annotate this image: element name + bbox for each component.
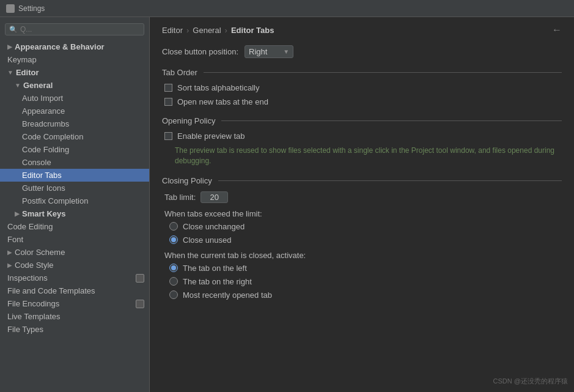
- tab-order-title: Tab Order: [162, 68, 562, 77]
- chevron-down-icon: ▼: [7, 69, 13, 76]
- sidebar-item-breadcrumbs[interactable]: Breadcrumbs: [0, 117, 149, 130]
- sidebar-item-label: Gutter Icons: [22, 183, 65, 193]
- sidebar-item-label: General: [23, 81, 53, 90]
- tab-left-row[interactable]: The tab on the left: [162, 264, 562, 273]
- tab-order-section: Tab Order Sort tabs alphabetically Open …: [162, 68, 562, 106]
- search-box[interactable]: 🔍: [5, 23, 144, 35]
- sidebar-item-label: Console: [22, 158, 51, 167]
- sidebar-item-gutter-icons[interactable]: Gutter Icons: [0, 182, 149, 194]
- file-encodings-badge: [136, 300, 144, 308]
- breadcrumb: Editor › General › Editor Tabs ←: [162, 24, 562, 35]
- sidebar-item-label: File Types: [7, 325, 43, 334]
- close-unchanged-row[interactable]: Close unchanged: [162, 222, 562, 231]
- sidebar-item-auto-import[interactable]: Auto Import: [0, 92, 149, 105]
- search-icon: 🔍: [9, 26, 18, 34]
- opening-policy-section: Opening Policy Enable preview tab The pr…: [162, 116, 562, 166]
- sidebar-item-label: Appearance & Behavior: [15, 42, 105, 51]
- closing-policy-title: Closing Policy: [162, 176, 562, 185]
- sidebar-item-keymap[interactable]: Keymap: [0, 53, 149, 66]
- sidebar-item-general[interactable]: ▼ General: [0, 79, 149, 92]
- sidebar-item-label: Code Folding: [22, 145, 69, 154]
- chevron-right-icon: ▶: [7, 262, 12, 268]
- opening-policy-title: Opening Policy: [162, 116, 562, 125]
- tab-limit-input[interactable]: [201, 191, 228, 203]
- close-unused-row[interactable]: Close unused: [162, 235, 562, 245]
- most-recent-radio[interactable]: [169, 290, 178, 299]
- sidebar-item-label: Postfix Completion: [22, 196, 88, 205]
- close-unused-radio[interactable]: [169, 235, 178, 244]
- dropdown-arrow-icon: ▼: [283, 48, 289, 55]
- close-button-position-label: Close button position:: [162, 47, 238, 56]
- breadcrumb-editor: Editor: [162, 26, 183, 35]
- sidebar-item-label: File Encodings: [7, 299, 59, 308]
- open-at-end-label: Open new tabs at the end: [177, 97, 268, 106]
- breadcrumb-general: General: [193, 26, 221, 35]
- sidebar-item-editor-tabs[interactable]: Editor Tabs: [0, 169, 149, 182]
- sidebar-item-inspections[interactable]: Inspections: [0, 272, 149, 284]
- close-button-position-row: Close button position: Right ▼: [162, 45, 562, 58]
- sidebar-item-label: Inspections: [7, 273, 48, 283]
- main-content: 🔍 ▶ Appearance & Behavior Keymap ▼ Edito…: [0, 17, 574, 392]
- breadcrumb-sep1: ›: [186, 26, 189, 35]
- sidebar-item-editor[interactable]: ▼ Editor: [0, 66, 149, 79]
- tab-limit-row: Tab limit:: [162, 191, 562, 203]
- sidebar-item-file-encodings[interactable]: File Encodings: [0, 297, 149, 310]
- preview-help-text: The preview tab is reused to show files …: [175, 146, 562, 166]
- sidebar-item-label: Code Editing: [7, 222, 53, 231]
- sidebar-item-label: Code Style: [15, 261, 54, 270]
- when-exceed-label: When tabs exceed the limit:: [162, 209, 562, 218]
- sort-tabs-checkbox[interactable]: [164, 84, 172, 92]
- sort-tabs-label: Sort tabs alphabetically: [177, 83, 259, 92]
- open-at-end-checkbox[interactable]: [164, 98, 172, 106]
- breadcrumb-sep2: ›: [225, 26, 227, 35]
- sidebar-item-smart-keys[interactable]: ▶ Smart Keys: [0, 207, 149, 220]
- most-recent-row[interactable]: Most recently opened tab: [162, 290, 562, 300]
- tab-right-radio[interactable]: [169, 277, 178, 286]
- sidebar-item-file-types[interactable]: File Types: [0, 323, 149, 336]
- sidebar-item-code-folding[interactable]: Code Folding: [0, 143, 149, 156]
- sort-tabs-row[interactable]: Sort tabs alphabetically: [162, 83, 562, 92]
- sidebar-item-label: Auto Import: [22, 94, 63, 103]
- sidebar-item-code-completion[interactable]: Code Completion: [0, 130, 149, 143]
- sidebar-item-label: Smart Keys: [22, 209, 66, 218]
- back-button[interactable]: ←: [552, 24, 562, 35]
- sidebar-item-appearance-behavior[interactable]: ▶ Appearance & Behavior: [0, 40, 149, 53]
- open-at-end-row[interactable]: Open new tabs at the end: [162, 97, 562, 106]
- enable-preview-checkbox[interactable]: [164, 132, 172, 140]
- breadcrumb-current: Editor Tabs: [231, 26, 274, 35]
- sidebar-item-live-templates[interactable]: Live Templates: [0, 310, 149, 323]
- title-bar-text: Settings: [18, 4, 45, 13]
- sidebar-item-appearance[interactable]: Appearance: [0, 105, 149, 117]
- close-unused-label: Close unused: [183, 235, 232, 245]
- enable-preview-row[interactable]: Enable preview tab: [162, 131, 562, 141]
- tab-right-row[interactable]: The tab on the right: [162, 277, 562, 286]
- close-button-position-select[interactable]: Right ▼: [245, 45, 293, 58]
- sidebar-item-console[interactable]: Console: [0, 156, 149, 169]
- close-button-position-value: Right: [249, 47, 279, 56]
- sidebar-item-label: Code Completion: [22, 132, 83, 141]
- tab-left-radio[interactable]: [169, 264, 178, 272]
- most-recent-label: Most recently opened tab: [183, 290, 272, 300]
- sidebar-item-font[interactable]: Font: [0, 233, 149, 246]
- chevron-down-icon: ▼: [15, 82, 21, 89]
- chevron-right-icon: ▶: [7, 43, 12, 50]
- sidebar-item-label: Font: [7, 235, 23, 244]
- sidebar-item-label: Editor: [16, 68, 39, 77]
- settings-icon: [6, 4, 15, 13]
- sidebar-item-label: Appearance: [22, 106, 65, 116]
- watermark: CSDN @还没秃的程序猿: [493, 377, 568, 386]
- sidebar-item-label: Live Templates: [7, 312, 60, 321]
- sidebar-item-color-scheme[interactable]: ▶ Color Scheme: [0, 246, 149, 259]
- sidebar-item-label: Breadcrumbs: [22, 119, 69, 128]
- chevron-right-icon: ▶: [7, 249, 12, 256]
- title-bar: Settings: [0, 0, 574, 17]
- sidebar-item-file-code-templates[interactable]: File and Code Templates: [0, 284, 149, 297]
- sidebar-item-code-style[interactable]: ▶ Code Style: [0, 259, 149, 272]
- closing-policy-section: Closing Policy Tab limit: When tabs exce…: [162, 176, 562, 300]
- sidebar: 🔍 ▶ Appearance & Behavior Keymap ▼ Edito…: [0, 17, 150, 392]
- sidebar-item-postfix-completion[interactable]: Postfix Completion: [0, 194, 149, 207]
- close-unchanged-label: Close unchanged: [183, 222, 245, 231]
- search-input[interactable]: [20, 25, 140, 34]
- close-unchanged-radio[interactable]: [169, 222, 178, 231]
- sidebar-item-code-editing[interactable]: Code Editing: [0, 220, 149, 233]
